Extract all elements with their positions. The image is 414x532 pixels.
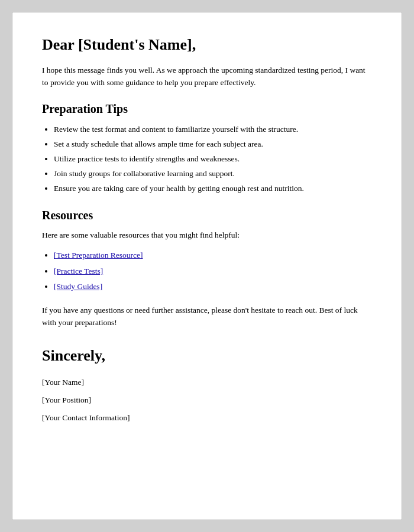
tip-item: Join study groups for collaborative lear…	[54, 167, 372, 181]
resources-link-list: [Test Preparation Resource] [Practice Te…	[54, 248, 372, 294]
tip-item: Review the test format and content to fa…	[54, 123, 372, 137]
resources-closing-paragraph: If you have any questions or need furthe…	[42, 304, 372, 329]
letter-document: Dear [Student's Name], I hope this messa…	[12, 12, 402, 520]
preparation-tips-list: Review the test format and content to fa…	[54, 123, 372, 196]
resource-link-item[interactable]: [Test Preparation Resource]	[54, 248, 372, 262]
preparation-heading: Preparation Tips	[42, 102, 372, 116]
greeting-heading: Dear [Student's Name],	[42, 36, 372, 54]
intro-paragraph: I hope this message finds you well. As w…	[42, 64, 372, 89]
resources-heading: Resources	[42, 209, 372, 222]
resource-link-item[interactable]: [Practice Tests]	[54, 264, 372, 278]
tip-item: Utilize practice tests to identify stren…	[54, 153, 372, 166]
study-guides-link[interactable]: [Study Guides]	[54, 282, 102, 291]
signature-contact: [Your Contact Information]	[42, 413, 372, 423]
resource-link-item[interactable]: [Study Guides]	[54, 280, 372, 294]
tip-item: Set a study schedule that allows ample t…	[54, 138, 372, 151]
resources-intro-paragraph: Here are some valuable resources that yo…	[42, 229, 372, 242]
signature-position: [Your Position]	[42, 395, 372, 405]
practice-tests-link[interactable]: [Practice Tests]	[54, 267, 103, 275]
signature-name: [Your Name]	[42, 378, 372, 387]
tip-item: Ensure you are taking care of your healt…	[54, 182, 372, 196]
sincerely-heading: Sincerely,	[42, 347, 372, 365]
test-preparation-link[interactable]: [Test Preparation Resource]	[54, 251, 143, 259]
